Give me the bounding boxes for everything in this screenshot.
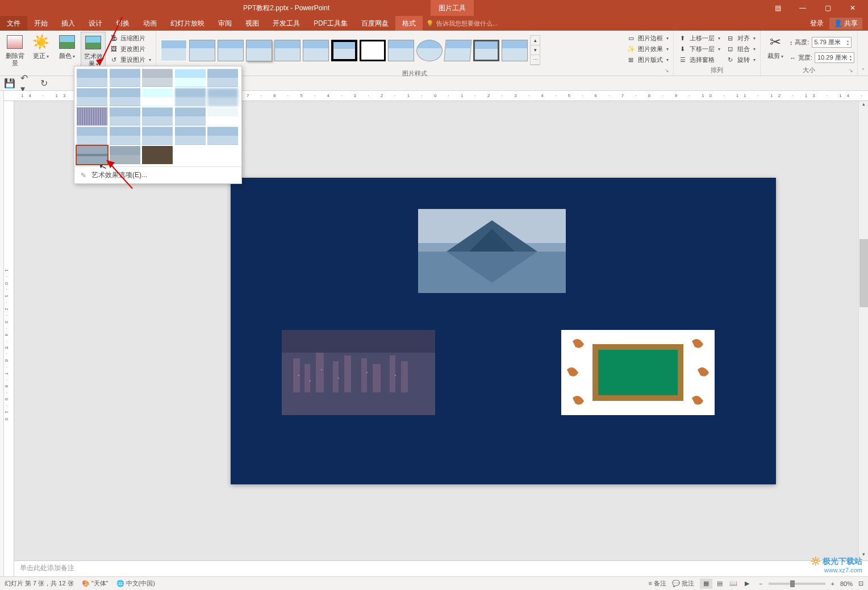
picture-style-item[interactable] [502, 40, 528, 61]
remove-background-button[interactable]: 删除背景 [2, 32, 27, 68]
artistic-effect-item[interactable] [207, 69, 238, 87]
artistic-effect-item[interactable] [142, 69, 173, 87]
zoom-percentage[interactable]: 80% [840, 580, 853, 587]
artistic-effect-item[interactable] [175, 127, 206, 145]
picture-style-item[interactable] [473, 40, 499, 61]
artistic-effect-item[interactable] [207, 88, 238, 106]
artistic-effect-item[interactable] [110, 107, 140, 125]
artistic-effect-item[interactable] [175, 107, 206, 125]
tab-file[interactable]: 文件 [0, 16, 27, 31]
slide-image-mountain[interactable] [418, 209, 566, 293]
picture-layout-button[interactable]: ⊞图片版式▾ [624, 55, 671, 65]
tab-slideshow[interactable]: 幻灯片放映 [164, 16, 211, 31]
scrollbar-thumb[interactable] [859, 239, 868, 307]
login-link[interactable]: 登录 [810, 19, 824, 28]
artistic-effect-item[interactable] [142, 88, 173, 106]
group-label-arrange: 排列 [676, 65, 758, 75]
tab-developer[interactable]: 开发工具 [266, 16, 307, 31]
artistic-effect-item[interactable] [110, 88, 140, 106]
picture-style-item[interactable] [416, 40, 443, 61]
send-backward-button[interactable]: ⬇下移一层▾ [676, 44, 723, 54]
tell-me-search[interactable]: 💡 告诉我您想要做什么... [423, 16, 498, 31]
bring-forward-button[interactable]: ⬆上移一层▾ [676, 33, 723, 43]
group-button[interactable]: ⊡组合▾ [724, 44, 758, 54]
artistic-effect-item[interactable] [77, 127, 107, 145]
artistic-effect-item[interactable] [175, 69, 206, 87]
scroll-up-button[interactable]: ▴ [859, 101, 868, 110]
title-text: PPT教程2.pptx - PowerPoint [0, 3, 431, 13]
slide-thumbnail-panel[interactable]: 5 6 此处用片的标题 ε=mc² 7 8 [0, 91, 4, 576]
close-button[interactable]: ✕ [841, 1, 865, 15]
tab-format[interactable]: 格式 [395, 16, 423, 31]
corrections-button[interactable]: ☀️ 更正▾ [28, 32, 53, 61]
picture-style-item[interactable] [331, 40, 357, 61]
fit-to-window-button[interactable]: ⊡ [858, 580, 863, 587]
picture-style-item[interactable] [388, 40, 414, 61]
tab-home[interactable]: 开始 [27, 16, 55, 31]
artistic-effect-item[interactable] [77, 88, 107, 106]
tell-me-placeholder: 告诉我您想要做什么... [436, 19, 498, 28]
collapse-ribbon-button[interactable]: ˄ [858, 31, 868, 76]
size-dialog-launcher[interactable]: ↘ [849, 68, 856, 74]
tab-pdf[interactable]: PDF工具集 [307, 16, 354, 31]
styles-dialog-launcher[interactable]: ↘ [665, 68, 671, 74]
artistic-effect-item[interactable] [207, 107, 238, 125]
normal-view-button[interactable]: ▦ [700, 579, 712, 589]
align-button[interactable]: ⊟对齐▾ [724, 33, 758, 43]
selection-pane-button[interactable]: ☰选择窗格 [676, 55, 723, 65]
group-icon: ⊡ [726, 44, 735, 53]
crop-button[interactable]: ✂ 裁剪▾ [763, 32, 788, 61]
vertical-scrollbar[interactable]: ▴ ▾ [858, 101, 868, 560]
picture-style-item[interactable] [218, 40, 244, 61]
comments-toggle[interactable]: 💬 批注 [672, 579, 694, 588]
tab-animations[interactable]: 动画 [136, 16, 164, 31]
slide-canvas[interactable] [231, 178, 776, 484]
picture-style-item[interactable] [303, 40, 329, 61]
gallery-more-button[interactable]: ▴▾⋯ [530, 35, 540, 65]
picture-style-item[interactable] [274, 40, 301, 61]
minimize-button[interactable]: — [791, 1, 815, 15]
share-button[interactable]: 👤 共享 [829, 18, 862, 30]
picture-style-item[interactable] [161, 40, 187, 61]
vertical-ruler[interactable]: 1·0·1·2·3·4·5·6·7·8·9·10 [4, 101, 14, 576]
picture-style-item[interactable] [360, 40, 386, 61]
slide-sorter-button[interactable]: ▤ [713, 579, 726, 589]
picture-style-item[interactable] [444, 40, 471, 61]
artistic-effects-grid [74, 66, 241, 166]
tab-baidu[interactable]: 百度网盘 [354, 16, 395, 31]
slideshow-button[interactable]: ▶ [741, 579, 753, 589]
tab-insert[interactable]: 插入 [55, 16, 82, 31]
notes-toggle[interactable]: ≡ 备注 [649, 579, 666, 588]
artistic-effect-item[interactable] [77, 107, 107, 125]
tab-view[interactable]: 视图 [239, 16, 266, 31]
artistic-effect-item[interactable] [142, 146, 173, 164]
artistic-effect-item[interactable] [110, 69, 140, 87]
maximize-button[interactable]: ▢ [816, 1, 840, 15]
notes-pane[interactable]: 单击此处添加备注 [14, 560, 868, 576]
picture-styles-gallery[interactable]: ▴▾⋯ [158, 32, 542, 69]
height-input[interactable]: 5.79 厘米▴▾ [812, 37, 852, 48]
width-input[interactable]: 10.29 厘米▴▾ [815, 52, 854, 63]
artistic-effect-none[interactable] [77, 69, 107, 87]
language-info[interactable]: 🌐 中文(中国) [116, 579, 155, 588]
picture-style-item[interactable] [189, 40, 215, 61]
artistic-effect-item[interactable] [175, 88, 206, 106]
slide-image-chalkboard[interactable] [561, 330, 715, 415]
zoom-slider-thumb[interactable] [790, 580, 795, 587]
rotate-button[interactable]: ↻旋转▾ [724, 55, 758, 65]
picture-style-item[interactable] [246, 40, 272, 61]
ribbon-display-options-button[interactable]: ▤ [766, 1, 790, 15]
zoom-in-button[interactable]: + [831, 580, 834, 587]
picture-border-button[interactable]: ▭图片边框▾ [624, 33, 671, 43]
artistic-effect-item[interactable] [142, 127, 173, 145]
artistic-effect-item[interactable] [207, 127, 238, 145]
artistic-effect-item[interactable] [110, 127, 140, 145]
color-button[interactable]: 颜色▾ [55, 32, 80, 61]
reading-view-button[interactable]: 📖 [727, 579, 740, 589]
zoom-slider[interactable] [769, 583, 825, 585]
picture-effects-button[interactable]: ✨图片效果▾ [624, 44, 671, 54]
zoom-out-button[interactable]: − [759, 580, 762, 587]
tab-review[interactable]: 审阅 [211, 16, 239, 31]
slide-image-city[interactable] [282, 330, 435, 415]
artistic-effect-item[interactable] [142, 107, 173, 125]
